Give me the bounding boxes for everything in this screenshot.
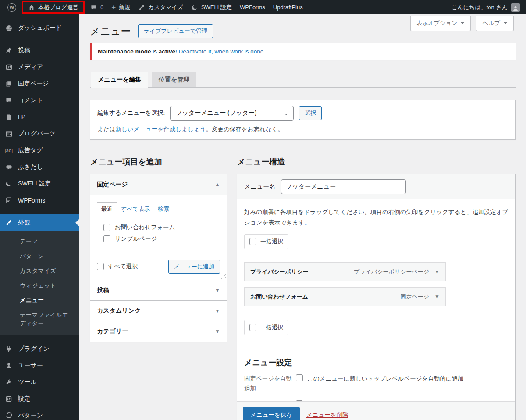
site-name-link[interactable]: 本格ブログ運営 [38,4,78,11]
submenu-item-widgets[interactable]: ウィジェット [0,278,79,293]
deactivate-maintenance-link[interactable]: Deactivate it, when work is done. [179,48,265,55]
sidebar-item-label: SWELL設定 [18,180,51,188]
menu-item-contact-form[interactable]: お問い合わせフォーム 固定ページ ▼ [244,287,446,306]
display-location-checkbox[interactable] [296,400,303,401]
sidebar-item-settings[interactable]: 設定 [0,391,79,407]
sidebar-item-label: 固定ページ [18,80,49,88]
sidebar-item-updraft-patterns[interactable]: パターン [0,407,79,420]
accordion-categories-title: カテゴリー [97,327,128,335]
wrench-icon [4,379,14,386]
submenu-item-menus[interactable]: メニュー [0,293,79,308]
checkbox-sample-page[interactable] [103,235,110,242]
swell-settings-menu[interactable]: SWELL設定 [187,0,236,14]
submenu-item-theme-file-editor[interactable]: テーマファイルエディター [0,308,75,331]
customize-label: カスタマイズ [148,4,183,11]
sidebar-item-media[interactable]: メディア [0,59,79,75]
tab-edit-menus[interactable]: メニューを編集 [91,72,148,88]
resize-handle[interactable] [220,273,226,279]
tab-most-recent[interactable]: 最近 [97,202,117,216]
submenu-item-themes[interactable]: テーマ [0,234,79,249]
bulk-select-bottom[interactable]: 一括選択 [244,320,288,335]
menu-select-value: フッターメニュー (フッター) [176,109,256,116]
menu-select-panel: 編集するメニューを選択: フッターメニュー (フッター) 選択 または新しいメニ… [90,100,516,140]
chevron-down-icon [284,114,288,117]
accordion-pages-title: 固定ページ [97,181,128,189]
updraftplus-menu[interactable]: UpdraftPlus [269,0,307,14]
chevron-down-icon: ▼ [215,287,220,293]
sidebar-item-comments[interactable]: コメント [0,92,79,109]
screen-options-button[interactable]: 表示オプション [410,16,471,31]
sidebar-item-label: ふきだし [18,163,43,171]
accordion-custom-links-header[interactable]: カスタムリンク ▼ [90,300,227,321]
bulk-select-checkbox[interactable] [249,238,256,245]
sidebar-item-appearance[interactable]: 外観 [0,214,79,231]
chevron-down-icon [504,22,507,26]
tab-manage-locations[interactable]: 位置を管理 [152,72,196,88]
sidebar-item-blogparts[interactable]: ブログパーツ [0,125,79,142]
page-item-label: お問い合わせフォーム [115,224,175,231]
checkbox-select-all[interactable] [97,263,104,270]
menu-item-title: プライバシーポリシー [250,268,308,276]
sidebar-item-users[interactable]: ユーザー [0,357,79,374]
comments-menu[interactable]: 0 [86,0,107,14]
delete-menu-link[interactable]: メニューを削除 [306,411,348,419]
sidebar-item-lp[interactable]: LP [0,109,79,125]
menu-item-privacy-policy[interactable]: プライバシーポリシー プライバシーポリシーページ ▼ [244,262,446,281]
bulk-select-checkbox[interactable] [249,324,256,331]
menu-name-input[interactable] [281,179,406,194]
menu-name-row: メニュー名 [237,174,515,199]
notice-mid: is [151,48,159,55]
sidebar-item-plugins[interactable]: プラグイン [0,341,79,357]
chevron-down-icon[interactable]: ▼ [434,269,440,275]
select-menu-button[interactable]: 選択 [299,106,322,120]
sidebar-item-adtags[interactable]: [ad] 広告タグ [0,142,79,159]
sidebar-item-tools[interactable]: ツール [0,374,79,391]
customize-menu[interactable]: カスタマイズ [134,0,187,14]
chevron-down-icon [461,22,464,26]
bulk-select-top[interactable]: 一括選択 [244,234,288,249]
live-preview-button[interactable]: ライブプレビューで管理 [138,24,213,38]
chevron-down-icon[interactable]: ▼ [434,294,440,300]
menu-items-list: プライバシーポリシー プライバシーポリシーページ ▼ お問い合わせフォーム 固定… [244,262,508,306]
wordpress-logo-menu[interactable]: W [4,0,20,14]
or-text: または [97,126,115,132]
tab-view-all[interactable]: すべて表示 [117,203,154,216]
wpforms-menu[interactable]: WPForms [236,0,269,14]
create-new-menu-link[interactable]: 新しいメニューを作成しましょう [115,126,206,132]
swell-crescent-icon [4,180,14,187]
menu-settings-rows: 固定ページを自動追加 このメニューに新しいトップレベルページを自動的に追加 [244,374,508,401]
auto-add-pages-checkbox[interactable] [296,374,303,381]
sidebar-item-label: ツール [18,378,37,386]
accordion-categories-header[interactable]: カテゴリー ▼ [90,321,227,342]
user-avatar[interactable] [511,3,520,12]
sidebar-item-fukidashi[interactable]: ふきだし [0,159,79,175]
menu-select-dropdown[interactable]: フッターメニュー (フッター) [170,106,294,121]
wordpress-logo-icon: W [7,3,16,12]
sidebar-item-dashboard[interactable]: ダッシュボード [0,20,79,36]
sidebar-item-posts[interactable]: 投稿 [0,42,79,59]
save-menu-button[interactable]: メニューを保存 [243,407,300,420]
auto-add-pages-text: このメニューに新しいトップレベルページを自動的に追加 [307,374,464,384]
submenu-item-customize[interactable]: カスタマイズ [0,263,79,278]
checkbox-contact-form[interactable] [103,224,110,231]
bulk-select-label: 一括選択 [260,238,283,246]
greeting-text[interactable]: こんにちは、ton さん [451,4,508,11]
new-content-menu[interactable]: + 新規 [107,0,134,14]
sidebar-item-pages[interactable]: 固定ページ [0,75,79,92]
pages-panel-footer: すべて選択 メニューに追加 [97,260,220,277]
add-to-menu-button[interactable]: メニューに追加 [168,260,220,274]
admin-bar-left: W 本格ブログ運営 0 + 新規 カスタマイズ [4,0,307,14]
submenu-item-patterns[interactable]: パターン [0,249,79,264]
tab-search[interactable]: 検索 [154,203,173,216]
screen-options-label: 表示オプション [417,19,458,27]
accordion-posts-header[interactable]: 投稿 ▼ [90,280,227,300]
sidebar-item-swell-settings[interactable]: SWELL設定 [0,175,79,192]
sidebar-item-label: メディア [18,63,43,71]
sliders-icon [4,395,14,402]
help-button[interactable]: ヘルプ [476,16,514,31]
dashboard-icon [4,25,14,32]
accordion-pages-header[interactable]: 固定ページ ▲ [90,174,227,195]
chevron-down-icon: ▼ [215,308,220,314]
sidebar-item-wpforms[interactable]: WPForms [0,192,79,209]
comment-bubble-icon [90,4,97,11]
